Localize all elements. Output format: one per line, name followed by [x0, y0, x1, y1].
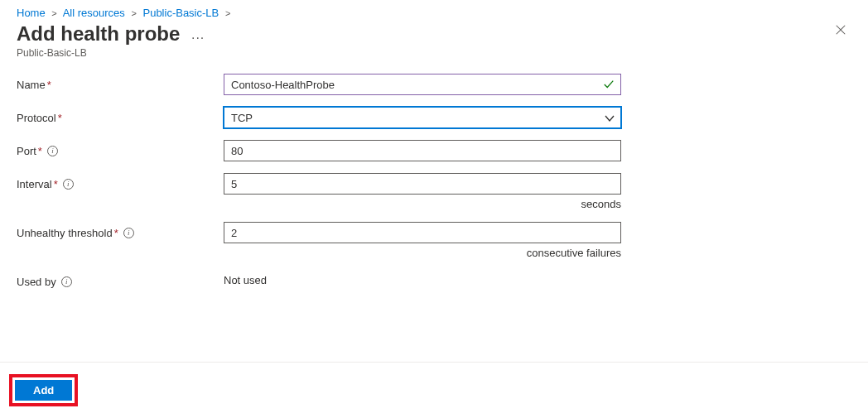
usedby-value: Not used	[224, 271, 267, 286]
label-name: Name *	[17, 74, 224, 91]
breadcrumb-home[interactable]: Home	[17, 7, 46, 19]
form: Name * Protocol * Port * i	[0, 74, 868, 288]
required-indicator: *	[47, 79, 51, 91]
highlight-box: Add	[9, 374, 78, 406]
chevron-right-icon: >	[131, 8, 136, 18]
label-text: Name	[17, 79, 46, 91]
name-input[interactable]	[224, 74, 621, 95]
label-text: Protocol	[17, 112, 56, 124]
row-name: Name *	[17, 74, 851, 95]
info-icon[interactable]: i	[61, 276, 72, 287]
label-text: Unhealthy threshold	[17, 227, 113, 239]
threshold-input[interactable]	[224, 222, 621, 243]
breadcrumb: Home > All resources > Public-Basic-LB >	[0, 0, 868, 22]
label-threshold: Unhealthy threshold * i	[17, 222, 224, 239]
footer: Add	[0, 362, 868, 418]
threshold-hint: consecutive failures	[224, 247, 621, 259]
required-indicator: *	[58, 112, 62, 124]
required-indicator: *	[114, 227, 118, 239]
breadcrumb-all-resources[interactable]: All resources	[63, 7, 125, 19]
row-protocol: Protocol *	[17, 107, 851, 128]
check-icon	[603, 79, 615, 90]
port-input[interactable]	[224, 140, 621, 161]
more-icon[interactable]: ···	[191, 31, 205, 46]
label-text: Interval	[17, 178, 52, 190]
row-usedby: Used by i Not used	[17, 271, 851, 288]
row-port: Port * i	[17, 140, 851, 161]
required-indicator: *	[54, 178, 58, 190]
protocol-select[interactable]	[224, 107, 621, 128]
chevron-right-icon: >	[225, 8, 230, 18]
required-indicator: *	[38, 145, 42, 157]
row-interval: Interval * i seconds	[17, 173, 851, 210]
row-threshold: Unhealthy threshold * i consecutive fail…	[17, 222, 851, 259]
label-port: Port * i	[17, 140, 224, 157]
page-subtitle: Public-Basic-LB	[17, 47, 851, 59]
info-icon[interactable]: i	[123, 228, 134, 238]
page-header: Add health probe ··· Public-Basic-LB	[0, 22, 868, 74]
label-interval: Interval * i	[17, 173, 224, 190]
interval-hint: seconds	[224, 198, 621, 210]
interval-input[interactable]	[224, 173, 621, 195]
add-button[interactable]: Add	[15, 380, 72, 401]
label-text: Port	[17, 145, 36, 157]
chevron-right-icon: >	[51, 8, 56, 18]
label-protocol: Protocol *	[17, 107, 224, 124]
page-title: Add health probe	[17, 22, 180, 46]
label-usedby: Used by i	[17, 271, 224, 288]
close-icon	[835, 24, 846, 36]
label-text: Used by	[17, 276, 56, 288]
close-button[interactable]	[835, 24, 848, 37]
breadcrumb-resource[interactable]: Public-Basic-LB	[142, 7, 219, 19]
info-icon[interactable]: i	[63, 179, 74, 190]
info-icon[interactable]: i	[47, 146, 58, 156]
